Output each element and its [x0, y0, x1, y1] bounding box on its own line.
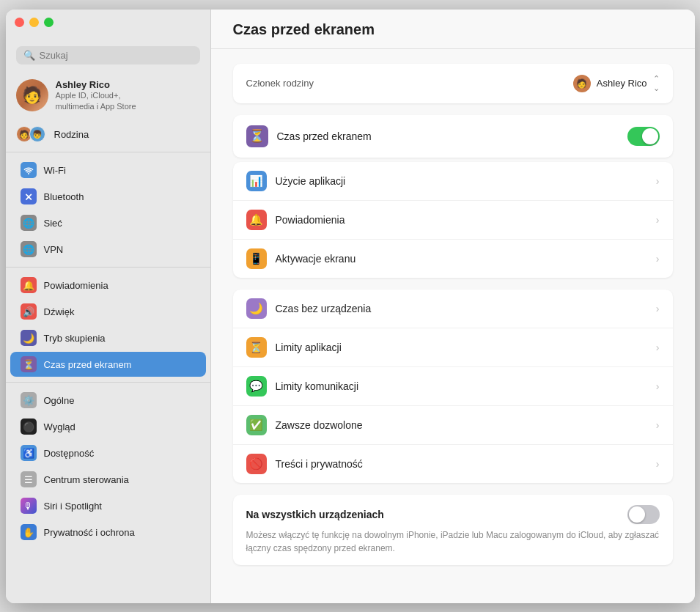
- settings-row-label: Czas bez urządzenia: [276, 303, 372, 314]
- family-member-picker[interactable]: 🧑 Ashley Rico ⌃⌄: [573, 74, 660, 93]
- family-avatar-2: 👦: [29, 126, 45, 142]
- settings-row-left: 🚫 Treści i prywatność: [246, 454, 656, 474]
- downtime-icon: 🌙: [246, 298, 267, 319]
- maximize-button[interactable]: [44, 18, 54, 27]
- settings-row-label: Użycie aplikacji: [276, 175, 346, 187]
- wifi-icon: [21, 162, 37, 178]
- sidebar-item-label: Sieć: [44, 218, 62, 229]
- app-usage-icon: 📊: [246, 171, 267, 191]
- family-member-name: Ashley Rico: [597, 78, 647, 89]
- screentime-icon: ⏳: [21, 356, 37, 372]
- sidebar-item-sound[interactable]: 🔊 Dźwięk: [10, 299, 206, 324]
- sidebar-item-label: Wygląd: [44, 421, 75, 432]
- sidebar-item-focus[interactable]: 🌙 Tryb skupienia: [10, 325, 206, 350]
- sidebar-item-network[interactable]: 🌐 Sieć: [10, 210, 206, 235]
- profile-section[interactable]: 🧑 Ashley Rico Apple ID, iCloud+,multimed…: [6, 73, 210, 122]
- sidebar-item-wifi[interactable]: Wi-Fi: [10, 158, 206, 183]
- sidebar-item-label: Bluetooth: [44, 191, 84, 202]
- sidebar-item-label: Centrum sterowania: [44, 474, 129, 485]
- family-label: Rodzina: [54, 129, 89, 140]
- sidebar-item-label: Czas przed ekranem: [44, 359, 132, 370]
- search-icon: 🔍: [23, 50, 35, 61]
- usage-group: 📊 Użycie aplikacji › 🔔 Powiadomienia › 📱: [233, 162, 673, 278]
- chevron-right-icon: ›: [656, 380, 660, 392]
- comm-limits-icon: 💬: [246, 376, 267, 397]
- screentime-toggle-row: ⏳ Czas przed ekranem: [233, 115, 673, 158]
- content-area: Członek rodziny 🧑 Ashley Rico ⌃⌄ ⏳ Czas …: [211, 49, 695, 580]
- sidebar: 🔍 🧑 Ashley Rico Apple ID, iCloud+,multim…: [6, 10, 211, 603]
- screentime-toggle[interactable]: [627, 127, 660, 146]
- minimize-button[interactable]: [29, 18, 39, 27]
- sidebar-item-label: Dostępność: [44, 448, 95, 459]
- settings-row-left: 📊 Użycie aplikacji: [246, 171, 656, 191]
- settings-row-label: Treści i prywatność: [276, 458, 363, 470]
- profile-text: Ashley Rico Apple ID, iCloud+,multimedia…: [56, 79, 136, 113]
- sidebar-item-general[interactable]: ⚙️ Ogólne: [10, 388, 206, 413]
- chevron-right-icon: ›: [656, 175, 660, 187]
- all-devices-description: Możesz włączyć tę funkcję na dowolnym iP…: [246, 528, 660, 555]
- main-window: 🔍 🧑 Ashley Rico Apple ID, iCloud+,multim…: [6, 10, 695, 603]
- all-devices-toggle[interactable]: [627, 505, 660, 524]
- divider-3: [6, 382, 210, 383]
- close-button[interactable]: [15, 18, 24, 27]
- notifications-row[interactable]: 🔔 Powiadomienia ›: [233, 201, 673, 240]
- toggle-knob: [629, 506, 645, 523]
- sidebar-item-screentime[interactable]: ⏳ Czas przed ekranem: [10, 352, 206, 377]
- settings-row-label: Limity komunikacji: [276, 380, 359, 392]
- screentime-row-left: ⏳ Czas przed ekranem: [246, 125, 372, 147]
- always-allowed-row[interactable]: ✅ Zawsze dozwolone ›: [233, 406, 673, 445]
- settings-row-left: ⏳ Limity aplikacji: [246, 337, 656, 358]
- profile-name: Ashley Rico: [56, 79, 136, 90]
- sidebar-item-vpn[interactable]: 🌐 VPN: [10, 237, 206, 262]
- content-privacy-row[interactable]: 🚫 Treści i prywatność ›: [233, 445, 673, 483]
- sidebar-item-control[interactable]: ☰ Centrum sterowania: [10, 467, 206, 492]
- limits-group: 🌙 Czas bez urządzenia › ⏳ Limity aplikac…: [233, 290, 673, 483]
- sidebar-item-label: VPN: [44, 244, 64, 255]
- sidebar-item-bluetooth[interactable]: ⨯ Bluetooth: [10, 184, 206, 209]
- general-icon: ⚙️: [21, 392, 37, 408]
- divider-1: [6, 152, 210, 152]
- search-input[interactable]: [40, 50, 193, 61]
- sidebar-item-privacy[interactable]: ✋ Prywatność i ochrona: [10, 520, 206, 545]
- sidebar-item-appearance[interactable]: ⚫ Wygląd: [10, 414, 206, 439]
- screentime-toggle-label: Czas przed ekranem: [277, 130, 372, 142]
- avatar: 🧑: [16, 79, 48, 111]
- sidebar-item-label: Tryb skupienia: [44, 333, 106, 344]
- accessibility-icon: ♿: [21, 445, 37, 461]
- family-avatars: 🧑 👦: [16, 126, 43, 142]
- search-box[interactable]: 🔍: [16, 46, 200, 64]
- sidebar-item-siri[interactable]: 🎙 Siri i Spotlight: [10, 493, 206, 518]
- sidebar-item-accessibility[interactable]: ♿ Dostępność: [10, 440, 206, 465]
- app-limits-icon: ⏳: [246, 337, 267, 358]
- family-row[interactable]: 🧑 👦 Rodzina: [6, 121, 210, 147]
- all-devices-top-row: Na wszystkich urządzeniach: [246, 505, 660, 524]
- vpn-icon: 🌐: [21, 241, 37, 257]
- screen-wakeups-icon: 📱: [246, 248, 267, 269]
- sidebar-item-notifications[interactable]: 🔔 Powiadomienia: [10, 273, 206, 298]
- downtime-row[interactable]: 🌙 Czas bez urządzenia ›: [233, 290, 673, 328]
- notifications-row-icon: 🔔: [246, 210, 267, 230]
- screentime-row-icon: ⏳: [246, 125, 268, 147]
- settings-row-left: 📱 Aktywacje ekranu: [246, 248, 656, 269]
- settings-row-label: Limity aplikacji: [276, 342, 342, 353]
- network-icon: 🌐: [21, 215, 37, 231]
- sidebar-item-label: Siri i Spotlight: [44, 501, 102, 512]
- always-allowed-icon: ✅: [246, 415, 267, 435]
- chevron-updown-icon: ⌃⌄: [653, 74, 660, 93]
- screen-wakeups-row[interactable]: 📱 Aktywacje ekranu ›: [233, 240, 673, 278]
- control-icon: ☰: [21, 471, 37, 487]
- all-devices-title: Na wszystkich urządzeniach: [246, 509, 384, 520]
- focus-icon: 🌙: [21, 330, 37, 346]
- app-limits-row[interactable]: ⏳ Limity aplikacji ›: [233, 328, 673, 367]
- sidebar-item-label: Prywatność i ochrona: [44, 527, 135, 538]
- chevron-right-icon: ›: [656, 253, 660, 265]
- all-devices-section: Na wszystkich urządzeniach Możesz włączy…: [233, 495, 673, 565]
- appearance-icon: ⚫: [21, 419, 37, 435]
- settings-row-left: ✅ Zawsze dozwolone: [246, 415, 656, 435]
- comm-limits-row[interactable]: 💬 Limity komunikacji ›: [233, 367, 673, 406]
- toggle-knob: [642, 128, 658, 144]
- settings-row-label: Powiadomienia: [276, 214, 345, 226]
- app-usage-row[interactable]: 📊 Użycie aplikacji ›: [233, 162, 673, 201]
- sidebar-item-label: Powiadomienia: [44, 280, 108, 291]
- sidebar-item-label: Wi-Fi: [44, 165, 66, 176]
